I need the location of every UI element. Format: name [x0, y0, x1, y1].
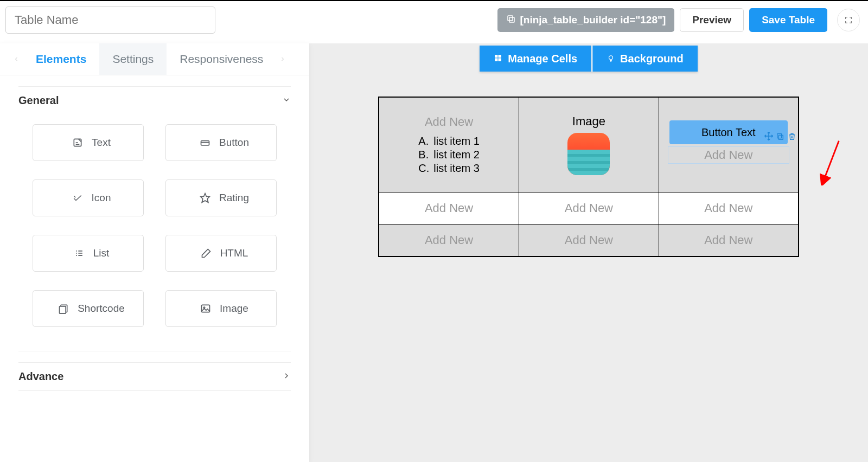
list-item: list item 3 — [433, 162, 479, 175]
svg-marker-4 — [201, 194, 210, 203]
image-block: Image — [567, 114, 610, 175]
tabs-left-nav-icon[interactable] — [10, 56, 23, 62]
cell-controls — [764, 130, 797, 140]
svg-rect-20 — [777, 134, 781, 138]
chevron-down-icon — [282, 94, 291, 107]
trash-icon[interactable] — [788, 130, 797, 140]
element-shortcode-label: Shortcode — [78, 303, 125, 315]
move-icon[interactable] — [764, 130, 774, 140]
svg-rect-13 — [497, 57, 499, 59]
background-label: Background — [620, 53, 684, 65]
table-canvas: Add New A.list item 1 B.list item 2 C.li… — [378, 97, 799, 257]
section-general-label: General — [18, 94, 59, 107]
tab-responsiveness[interactable]: Responsiveness — [167, 43, 276, 75]
shortcode-display[interactable]: [ninja_table_builder id="128"] — [497, 8, 675, 32]
svg-rect-19 — [778, 135, 783, 139]
element-html[interactable]: HTML — [165, 235, 277, 272]
shortcode-icon — [57, 302, 70, 315]
chevron-right-icon — [282, 370, 291, 383]
table-cell[interactable]: Add New — [379, 224, 519, 256]
star-icon — [199, 191, 212, 204]
section-general-header[interactable]: General — [18, 86, 291, 114]
section-advance-label: Advance — [18, 370, 63, 383]
svg-rect-16 — [497, 59, 499, 61]
element-icon[interactable]: Icon — [33, 179, 144, 216]
list-item: list item 2 — [433, 148, 479, 162]
table-cell[interactable]: Add New — [659, 224, 798, 256]
bulb-icon — [607, 53, 615, 65]
table-cell[interactable]: Add New — [659, 193, 798, 224]
pencil-icon — [200, 247, 213, 260]
list-item: list item 1 — [433, 134, 479, 148]
text-icon — [71, 136, 84, 149]
table-name-input[interactable] — [5, 7, 215, 34]
add-new-label: Add New — [704, 201, 752, 215]
element-image[interactable]: Image — [165, 290, 277, 327]
add-new-label: Add New — [704, 148, 752, 162]
tabs-right-nav-icon[interactable] — [276, 56, 289, 62]
add-new-label: Add New — [425, 233, 473, 247]
add-new-label: Add New — [425, 115, 473, 129]
add-new-label: Add New — [565, 233, 613, 247]
table-cell[interactable]: Add New — [379, 193, 519, 224]
table-cell[interactable]: Button Text — [659, 98, 798, 193]
tab-elements[interactable]: Elements — [23, 43, 99, 75]
add-new-slot[interactable]: Add New — [668, 146, 789, 164]
element-rating-label: Rating — [219, 192, 249, 204]
elements-grid: Text Button Icon — [18, 114, 291, 351]
svg-rect-11 — [499, 55, 501, 57]
section-advance: Advance — [0, 351, 309, 391]
tab-settings[interactable]: Settings — [99, 43, 167, 75]
section-advance-header[interactable]: Advance — [18, 362, 291, 391]
canvas: Manage Cells Background Add New A.list i… — [309, 43, 868, 462]
background-button[interactable]: Background — [592, 46, 698, 72]
table-app-icon — [567, 133, 610, 175]
svg-point-18 — [609, 55, 613, 59]
svg-rect-7 — [202, 305, 210, 312]
button-element-label: Button Text — [701, 126, 756, 139]
table-cell[interactable]: Add New — [519, 193, 659, 224]
add-new-label: Add New — [704, 233, 752, 247]
element-button[interactable]: Button — [165, 124, 277, 161]
duplicate-icon[interactable] — [776, 130, 786, 140]
fullscreen-button[interactable] — [837, 9, 860, 31]
element-icon-label: Icon — [92, 192, 111, 204]
shortcode-text: [ninja_table_builder id="128"] — [520, 14, 666, 26]
element-text[interactable]: Text — [33, 124, 144, 161]
main: Elements Settings Responsiveness General — [0, 43, 868, 462]
sidebar: Elements Settings Responsiveness General — [0, 43, 309, 462]
table-cell[interactable]: Add New — [519, 224, 659, 256]
preview-button[interactable]: Preview — [680, 8, 744, 32]
element-button-label: Button — [219, 137, 249, 149]
element-rating[interactable]: Rating — [165, 179, 277, 216]
save-table-button[interactable]: Save Table — [749, 8, 827, 32]
copy-icon — [506, 14, 516, 27]
svg-line-21 — [824, 141, 839, 182]
list-block: A.list item 1 B.list item 2 C.list item … — [418, 134, 479, 175]
svg-rect-17 — [499, 59, 501, 61]
svg-rect-10 — [497, 55, 499, 57]
svg-rect-0 — [509, 17, 514, 22]
image-icon — [199, 302, 212, 315]
sidebar-tabs: Elements Settings Responsiveness — [0, 43, 309, 75]
canvas-toolbar: Manage Cells Background — [480, 46, 698, 72]
element-html-label: HTML — [220, 247, 248, 259]
svg-rect-1 — [508, 16, 513, 21]
manage-cells-label: Manage Cells — [508, 53, 577, 65]
svg-rect-14 — [499, 57, 501, 59]
grid-icon — [494, 53, 502, 65]
element-shortcode[interactable]: Shortcode — [33, 290, 144, 327]
table-cell[interactable]: Image — [519, 98, 659, 193]
image-caption: Image — [572, 114, 605, 129]
icon-icon — [71, 191, 84, 204]
element-list[interactable]: List — [33, 235, 144, 272]
add-new-label: Add New — [425, 201, 473, 215]
table-cell[interactable]: Add New A.list item 1 B.list item 2 C.li… — [379, 98, 519, 193]
annotation-arrow-icon — [819, 139, 842, 185]
manage-cells-button[interactable]: Manage Cells — [480, 46, 591, 72]
svg-rect-12 — [495, 57, 497, 59]
add-new-label: Add New — [565, 201, 613, 215]
top-actions: [ninja_table_builder id="128"] Preview S… — [497, 8, 860, 32]
element-text-label: Text — [92, 137, 111, 149]
list-icon — [73, 247, 86, 260]
